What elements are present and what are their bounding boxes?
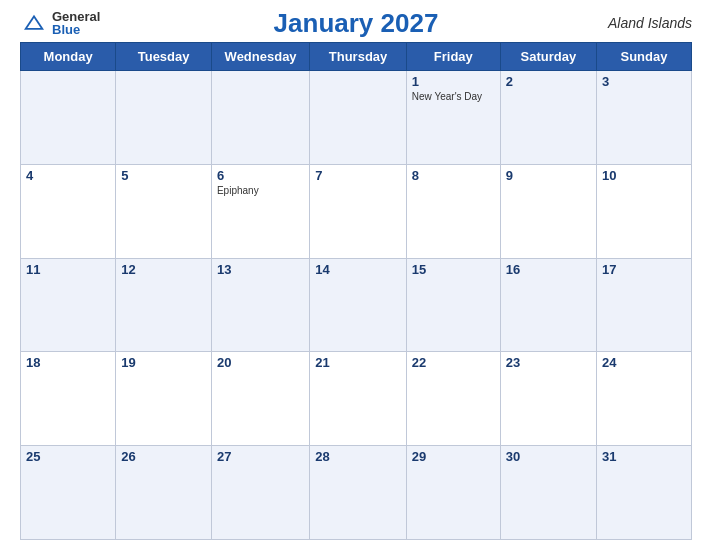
calendar-cell: 4 <box>21 164 116 258</box>
day-number: 19 <box>121 355 206 370</box>
day-number: 5 <box>121 168 206 183</box>
calendar-header: General Blue January 2027 Aland Islands <box>20 10 692 36</box>
calendar-week-1: 1New Year's Day23 <box>21 71 692 165</box>
calendar-cell: 29 <box>406 446 500 540</box>
day-number: 1 <box>412 74 495 89</box>
day-number: 9 <box>506 168 591 183</box>
day-number: 24 <box>602 355 686 370</box>
weekday-header-monday: Monday <box>21 43 116 71</box>
calendar-week-4: 18192021222324 <box>21 352 692 446</box>
day-number: 21 <box>315 355 401 370</box>
calendar-cell: 15 <box>406 258 500 352</box>
day-number: 15 <box>412 262 495 277</box>
calendar-body: 1New Year's Day23456Epiphany789101112131… <box>21 71 692 540</box>
day-number: 7 <box>315 168 401 183</box>
day-number: 22 <box>412 355 495 370</box>
day-number: 3 <box>602 74 686 89</box>
weekday-header-wednesday: Wednesday <box>211 43 309 71</box>
day-number: 8 <box>412 168 495 183</box>
day-number: 17 <box>602 262 686 277</box>
calendar-title: January 2027 <box>274 8 439 39</box>
logo: General Blue <box>20 10 100 36</box>
calendar-cell <box>21 71 116 165</box>
day-number: 23 <box>506 355 591 370</box>
calendar-cell: 1New Year's Day <box>406 71 500 165</box>
logo-blue-text: Blue <box>52 23 100 36</box>
calendar-cell: 2 <box>500 71 596 165</box>
weekday-header-saturday: Saturday <box>500 43 596 71</box>
day-number: 20 <box>217 355 304 370</box>
calendar-cell: 13 <box>211 258 309 352</box>
calendar-cell <box>211 71 309 165</box>
calendar-cell: 9 <box>500 164 596 258</box>
calendar-cell <box>116 71 212 165</box>
calendar-cell: 14 <box>310 258 407 352</box>
calendar-cell: 24 <box>596 352 691 446</box>
calendar-week-5: 25262728293031 <box>21 446 692 540</box>
calendar-cell: 7 <box>310 164 407 258</box>
weekday-header-sunday: Sunday <box>596 43 691 71</box>
calendar-cell: 10 <box>596 164 691 258</box>
day-number: 11 <box>26 262 110 277</box>
day-number: 10 <box>602 168 686 183</box>
calendar-cell: 18 <box>21 352 116 446</box>
calendar-cell: 11 <box>21 258 116 352</box>
calendar-cell: 22 <box>406 352 500 446</box>
calendar-week-3: 11121314151617 <box>21 258 692 352</box>
calendar-week-2: 456Epiphany78910 <box>21 164 692 258</box>
calendar-cell: 20 <box>211 352 309 446</box>
weekday-header-row: MondayTuesdayWednesdayThursdayFridaySatu… <box>21 43 692 71</box>
day-number: 29 <box>412 449 495 464</box>
day-number: 28 <box>315 449 401 464</box>
calendar-cell: 25 <box>21 446 116 540</box>
weekday-header-tuesday: Tuesday <box>116 43 212 71</box>
day-number: 18 <box>26 355 110 370</box>
calendar-cell: 28 <box>310 446 407 540</box>
calendar-table: MondayTuesdayWednesdayThursdayFridaySatu… <box>20 42 692 540</box>
day-number: 31 <box>602 449 686 464</box>
day-number: 6 <box>217 168 304 183</box>
day-number: 16 <box>506 262 591 277</box>
calendar-cell: 23 <box>500 352 596 446</box>
day-number: 26 <box>121 449 206 464</box>
day-number: 25 <box>26 449 110 464</box>
calendar-cell: 12 <box>116 258 212 352</box>
region-label: Aland Islands <box>608 15 692 31</box>
calendar-cell: 6Epiphany <box>211 164 309 258</box>
day-number: 30 <box>506 449 591 464</box>
calendar-cell <box>310 71 407 165</box>
day-number: 2 <box>506 74 591 89</box>
calendar-header-row: MondayTuesdayWednesdayThursdayFridaySatu… <box>21 43 692 71</box>
calendar-cell: 5 <box>116 164 212 258</box>
day-number: 14 <box>315 262 401 277</box>
day-number: 12 <box>121 262 206 277</box>
calendar-cell: 27 <box>211 446 309 540</box>
calendar-cell: 21 <box>310 352 407 446</box>
holiday-name: Epiphany <box>217 185 304 196</box>
calendar-cell: 30 <box>500 446 596 540</box>
weekday-header-thursday: Thursday <box>310 43 407 71</box>
calendar-cell: 8 <box>406 164 500 258</box>
holiday-name: New Year's Day <box>412 91 495 102</box>
day-number: 27 <box>217 449 304 464</box>
logo-icon <box>20 13 48 33</box>
calendar-cell: 31 <box>596 446 691 540</box>
day-number: 13 <box>217 262 304 277</box>
weekday-header-friday: Friday <box>406 43 500 71</box>
day-number: 4 <box>26 168 110 183</box>
calendar-cell: 3 <box>596 71 691 165</box>
calendar-cell: 16 <box>500 258 596 352</box>
calendar-cell: 17 <box>596 258 691 352</box>
calendar-cell: 26 <box>116 446 212 540</box>
calendar-cell: 19 <box>116 352 212 446</box>
